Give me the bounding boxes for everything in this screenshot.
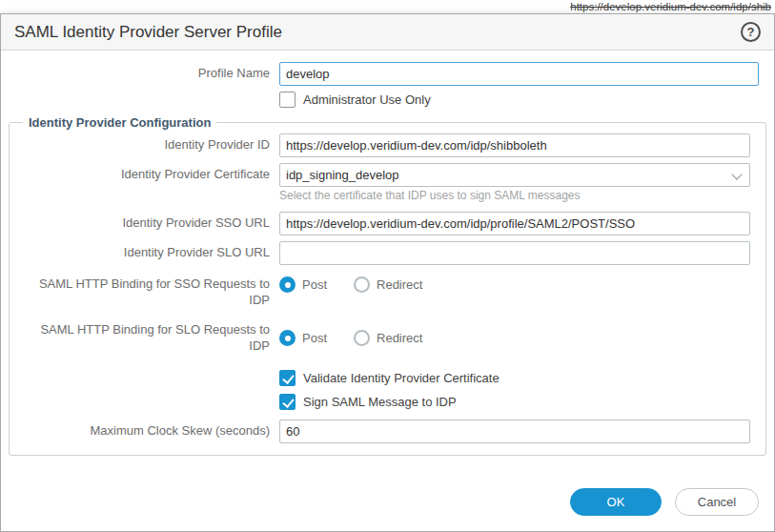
clock-skew-row: Maximum Clock Skew (seconds) (17, 419, 758, 443)
dialog-header: SAML Identity Provider Server Profile ? (1, 14, 774, 51)
sso-url-label: Identity Provider SSO URL (17, 215, 279, 232)
idp-certificate-hint: Select the certificate that IDP uses to … (279, 189, 750, 202)
chevron-down-icon (731, 169, 742, 179)
slo-url-input[interactable] (279, 241, 750, 265)
slo-url-label: Identity Provider SLO URL (17, 245, 279, 261)
idp-certificate-label: Identity Provider Certificate (17, 167, 279, 183)
profile-name-row: Profile Name (1, 62, 774, 86)
idp-id-input[interactable] (279, 133, 750, 157)
idp-configuration-section: Identity Provider Configuration Identity… (9, 115, 766, 456)
sso-binding-redirect-radio[interactable] (354, 276, 370, 293)
sso-url-row: Identity Provider SSO URL (17, 212, 758, 235)
slo-binding-redirect-radio[interactable] (354, 330, 370, 346)
help-icon[interactable]: ? (741, 22, 761, 42)
idp-configuration-legend: Identity Provider Configuration (23, 115, 216, 130)
validate-cert-label: Validate Identity Provider Certificate (303, 371, 500, 385)
slo-binding-post-radio[interactable] (279, 330, 296, 346)
sign-saml-label: Sign SAML Message to IDP (303, 395, 457, 409)
help-icon-glyph: ? (747, 26, 755, 38)
profile-name-input[interactable] (279, 62, 759, 86)
admin-only-label: Administrator Use Only (303, 92, 431, 107)
sso-url-input[interactable] (279, 212, 750, 235)
dialog-body: Profile Name Administrator Use Only Iden… (1, 51, 774, 456)
idp-certificate-row: Identity Provider Certificate idp_signin… (17, 163, 758, 187)
slo-url-row: Identity Provider SLO URL (17, 241, 758, 265)
validate-cert-checkbox[interactable] (279, 370, 296, 386)
clock-skew-label: Maximum Clock Skew (seconds) (17, 423, 279, 440)
background-url-text: https://develop.veridium-dev.com/idp/shi… (570, 1, 771, 12)
validate-cert-row: Validate Identity Provider Certificate (17, 370, 758, 386)
sso-binding-post-label: Post (302, 277, 327, 292)
slo-binding-label: SAML HTTP Binding for SLO Requests to ID… (17, 322, 279, 355)
dialog-footer: OK Cancel (570, 488, 759, 516)
idp-id-label: Identity Provider ID (17, 137, 279, 153)
sign-saml-row: Sign SAML Message to IDP (17, 394, 758, 410)
sso-binding-post-radio[interactable] (279, 276, 296, 293)
idp-certificate-select[interactable]: idp_signing_develop (279, 163, 750, 187)
slo-binding-post-label: Post (302, 331, 327, 345)
cancel-button[interactable]: Cancel (675, 488, 759, 516)
sso-binding-label: SAML HTTP Binding for SSO Requests to ID… (17, 276, 279, 309)
saml-idp-profile-dialog: SAML Identity Provider Server Profile ? … (0, 13, 775, 532)
sso-binding-redirect-label: Redirect (377, 277, 422, 292)
clock-skew-input[interactable] (279, 419, 750, 443)
slo-binding-redirect-label: Redirect (377, 331, 422, 345)
ok-button[interactable]: OK (570, 488, 662, 516)
profile-name-label: Profile Name (1, 66, 279, 82)
idp-certificate-value: idp_signing_develop (286, 168, 399, 182)
sso-binding-row: SAML HTTP Binding for SSO Requests to ID… (17, 276, 758, 309)
sign-saml-checkbox[interactable] (279, 394, 296, 410)
idp-id-row: Identity Provider ID (17, 133, 758, 157)
dialog-title: SAML Identity Provider Server Profile (14, 23, 282, 42)
idp-certificate-hint-row: Select the certificate that IDP uses to … (17, 189, 758, 202)
admin-only-checkbox[interactable] (279, 92, 296, 108)
slo-binding-row: SAML HTTP Binding for SLO Requests to ID… (17, 322, 758, 355)
admin-only-row: Administrator Use Only (1, 92, 774, 108)
